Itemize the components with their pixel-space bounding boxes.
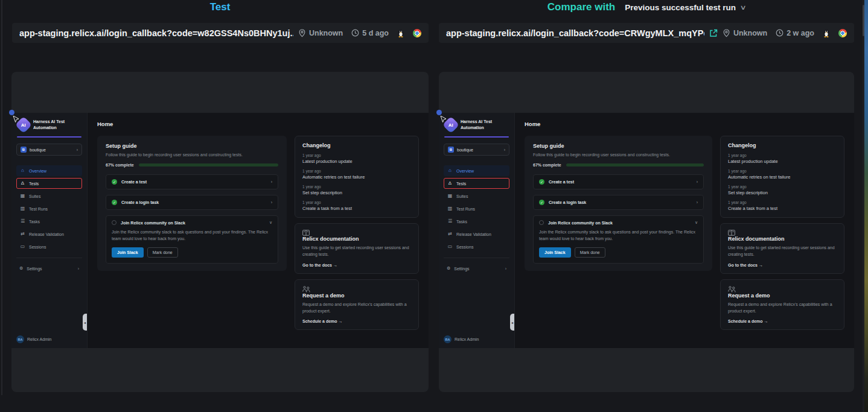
go-to-docs-link[interactable]: Go to the docs →	[728, 263, 837, 267]
project-selector[interactable]: B boutique ›	[444, 144, 509, 156]
chevron-right-icon: ›	[504, 148, 505, 152]
sidebar-item-settings[interactable]: ⚙ Settings ›	[444, 264, 509, 273]
location-meta: Unknown	[723, 29, 767, 37]
changelog-time: 1 year ago	[728, 169, 837, 173]
go-to-docs-link[interactable]: Go to the docs →	[302, 263, 411, 267]
changelog-time: 1 year ago	[302, 153, 411, 157]
sidebar-nav-item[interactable]: ☰ Tasks	[444, 216, 509, 227]
sidebar-item-settings[interactable]: ⚙ Settings ›	[16, 264, 82, 273]
sidebar-nav-item[interactable]: ▦ Suites	[16, 191, 82, 201]
avatar: RA	[16, 335, 24, 343]
slack-step-header[interactable]: Join Relicx community on Slack ∨	[112, 220, 272, 225]
brand: AI Harness AI TestAutomation	[444, 119, 509, 131]
url-bar-compare[interactable]: app-staging.relicx.ai/login_callback?cod…	[439, 23, 854, 43]
join-slack-button[interactable]: Join Slack	[539, 247, 571, 258]
sidebar-nav-item[interactable]: ⌂ Overview	[16, 165, 82, 176]
external-link-icon[interactable]	[709, 29, 718, 37]
changelog-text: Automatic retries on test failure	[728, 174, 837, 180]
setup-guide-description: Follow this guide to begin recording use…	[533, 153, 704, 157]
changelog-title: Changelog	[728, 142, 837, 148]
changelog-text: Latest production update	[728, 159, 837, 164]
video-icon: ▭	[20, 244, 25, 249]
join-slack-button[interactable]: Join Slack	[112, 247, 144, 258]
changelog-text: Set step description	[728, 190, 837, 195]
list-icon: ☰	[20, 219, 25, 224]
changelog-entry: 1 year ago Create a task from a test	[728, 200, 837, 211]
settings-label: Settings	[454, 267, 469, 271]
user-name: Relicx Admin	[27, 337, 51, 341]
linux-icon	[397, 29, 404, 37]
brand-name: Harness AI TestAutomation	[461, 119, 492, 131]
age-meta: 5 d ago	[351, 29, 389, 37]
project-selector[interactable]: B boutique ›	[16, 144, 82, 156]
sidebar-nav-item[interactable]: ▦ Suites	[444, 191, 509, 201]
mark-done-button[interactable]: Mark done	[147, 247, 178, 258]
sidebar-user[interactable]: RA Relicx Admin	[16, 335, 82, 343]
url-text: app-staging.relicx.ai/login_callback?cod…	[446, 28, 704, 38]
sidebar-nav-item[interactable]: Δ Tests	[16, 178, 82, 189]
test-screenshot-panel: AI Harness AI TestAutomation B boutique …	[11, 72, 429, 392]
app-sidebar: AI Harness AI TestAutomation B boutique …	[11, 113, 88, 348]
sidebar-collapse-handle[interactable]: ◂	[83, 314, 87, 331]
settings-label: Settings	[27, 267, 42, 271]
app-main: Home Setup guide Follow this guide to be…	[88, 113, 429, 348]
avatar: RA	[444, 335, 452, 343]
changelog-entry: 1 year ago Latest production update	[302, 153, 411, 164]
sidebar-nav-item[interactable]: ⇄ Release Validation	[16, 229, 82, 239]
chevron-right-icon: ›	[78, 267, 79, 271]
mark-done-button[interactable]: Mark done	[575, 247, 605, 258]
compare-with-title: Compare with	[547, 1, 615, 13]
project-name: boutique	[457, 148, 473, 152]
age-meta: 2 w ago	[776, 29, 814, 37]
nav-label: Overview	[456, 169, 474, 173]
setup-step-row[interactable]: ✓ Create a login task ›	[533, 195, 704, 210]
home-icon: ⌂	[447, 168, 453, 173]
url-bar-test[interactable]: app-staging.relicx.ai/login_callback?cod…	[12, 23, 429, 43]
cursor-icon	[440, 116, 446, 123]
setup-step-row[interactable]: ✓ Create a test ›	[533, 174, 704, 189]
nav-label: Overview	[29, 169, 46, 173]
project-badge: B	[21, 147, 27, 153]
schedule-demo-link[interactable]: Schedule a demo →	[302, 319, 411, 323]
documentation-description: Use this guide to get started recording …	[302, 245, 411, 258]
compare-run-selector[interactable]: Previous successful test run ∨	[625, 3, 745, 12]
app-main: Home Setup guide Follow this guide to be…	[515, 113, 854, 348]
sidebar-collapse-handle[interactable]: ◂	[510, 314, 514, 331]
user-name: Relicx Admin	[455, 337, 479, 341]
slack-step-label: Join Relicx community on Slack	[121, 221, 185, 225]
nav-label: Tests	[29, 182, 39, 186]
changelog-title: Changelog	[302, 142, 411, 148]
sidebar-nav-item[interactable]: ⌂ Overview	[444, 165, 509, 176]
schedule-demo-link[interactable]: Schedule a demo →	[728, 319, 837, 323]
changelog-time: 1 year ago	[728, 185, 837, 189]
changelog-entry: 1 year ago Set step description	[728, 185, 837, 195]
location-pin-icon	[298, 29, 306, 37]
nav-label: Sessions	[456, 245, 473, 249]
brand-divider	[444, 136, 509, 138]
setup-step-row[interactable]: ✓ Create a login task ›	[106, 195, 278, 210]
sidebar-nav-item[interactable]: ▭ Sessions	[444, 241, 509, 252]
changelog-time: 1 year ago	[302, 185, 411, 189]
request-demo-title: Request a demo	[302, 293, 411, 299]
sidebar-nav-item[interactable]: ☰ Tasks	[16, 216, 82, 227]
check-circle-icon: ✓	[539, 200, 544, 205]
setup-step-row[interactable]: ✓ Create a test ›	[106, 174, 278, 189]
clock-icon	[776, 29, 783, 37]
chevron-right-icon: ›	[271, 200, 272, 204]
page-title: Home	[525, 121, 844, 127]
slack-step-header[interactable]: Join Relicx community on Slack ∨	[539, 220, 698, 225]
sidebar-nav-item[interactable]: ⇄ Release Validation	[444, 229, 509, 239]
sidebar-nav-item[interactable]: ▥ Test Runs	[444, 203, 509, 214]
nav-label: Test Runs	[456, 207, 475, 211]
setup-progress: 67% complete	[533, 163, 704, 167]
sidebar-nav-item[interactable]: ▭ Sessions	[16, 241, 82, 252]
documentation-title: Relicx documentation	[728, 236, 837, 242]
sidebar-nav-item[interactable]: Δ Tests	[444, 178, 509, 189]
sidebar-nav: ⌂ Overview Δ Tests ▦ Suites ▥	[444, 165, 509, 252]
people-icon	[302, 286, 411, 293]
sidebar-nav-item[interactable]: ▥ Test Runs	[16, 203, 82, 214]
sidebar-user[interactable]: RA Relicx Admin	[444, 335, 509, 343]
changelog-entry: 1 year ago Automatic retries on test fai…	[302, 169, 411, 180]
changelog-time: 1 year ago	[728, 200, 837, 204]
changelog-time: 1 year ago	[302, 200, 411, 204]
